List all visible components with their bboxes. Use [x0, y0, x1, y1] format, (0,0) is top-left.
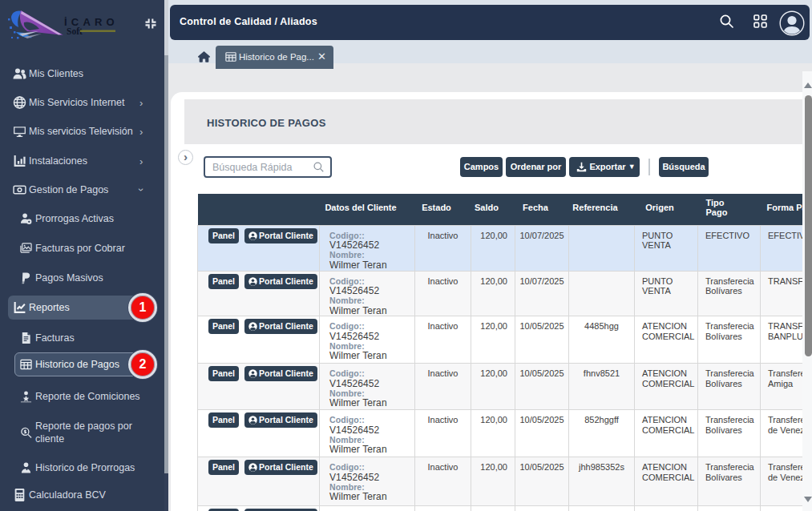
svg-text:Soft: Soft — [67, 26, 83, 36]
